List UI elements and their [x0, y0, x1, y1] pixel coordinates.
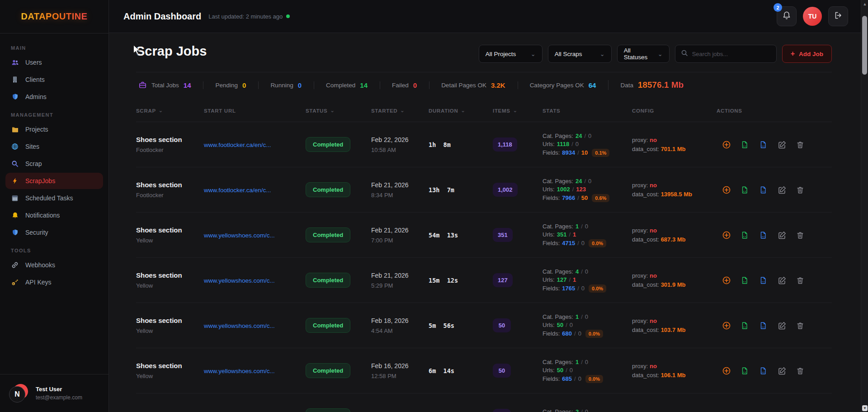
column-header-stats[interactable]: STATS — [542, 108, 632, 114]
edit-icon[interactable] — [778, 140, 787, 149]
start-url-link[interactable]: www.footlocker.ca/en/c... — [204, 142, 271, 148]
cell-actions — [717, 321, 832, 330]
circle-plus-icon[interactable] — [722, 231, 731, 240]
edit-icon[interactable] — [778, 321, 787, 330]
cell-items: 49 — [493, 409, 542, 412]
add-job-button[interactable]: + Add Job — [782, 45, 832, 63]
status-badge: Completed — [306, 408, 350, 412]
sidebar-item-security[interactable]: Security — [5, 224, 103, 241]
scrollbar-down-arrow[interactable]: ▼ — [862, 405, 868, 411]
scrollbar-up-arrow[interactable]: ▲ — [863, 2, 867, 6]
stat-label: Detail Pages OK — [441, 82, 486, 89]
edit-icon[interactable] — [778, 185, 787, 194]
vertical-scrollbar: ▲ ▼ — [861, 0, 868, 412]
column-header-start-url[interactable]: START URL — [204, 108, 306, 114]
sidebar-item-projects[interactable]: Projects — [5, 121, 103, 137]
column-header-duration[interactable]: DURATION ⌄ — [429, 108, 493, 114]
logout-icon — [834, 11, 843, 22]
sidebar-item-scrap[interactable]: Scrap — [5, 156, 103, 172]
logout-button[interactable] — [828, 6, 848, 26]
sidebar-item-api-keys[interactable]: API Keys — [5, 274, 103, 290]
delete-icon[interactable] — [796, 231, 805, 240]
stat-item: Failed 0 — [380, 81, 429, 90]
delete-icon[interactable] — [796, 140, 805, 149]
user-info: Test User test@example.com — [36, 386, 82, 401]
notifications-button[interactable]: 2 — [777, 6, 797, 26]
fail-percent-badge: 0.0% — [589, 239, 606, 247]
urls-line: Urls: 50/0 — [542, 322, 632, 328]
cat-pages-line: Cat. Pages: 1/0 — [542, 359, 632, 365]
stat-item: Total Jobs 14 — [136, 80, 203, 90]
delete-icon[interactable] — [796, 366, 805, 375]
cell-duration: 54m 13s — [429, 232, 493, 239]
file-json-icon[interactable] — [759, 185, 768, 194]
projects-filter-select[interactable]: All Projects⌄ — [479, 45, 542, 63]
edit-icon[interactable] — [778, 231, 787, 240]
started-time: 5:29 PM — [371, 282, 429, 289]
sidebar-item-scheduled-tasks[interactable]: Scheduled Tasks — [5, 190, 103, 206]
circle-plus-icon[interactable] — [722, 140, 731, 149]
file-csv-icon[interactable] — [741, 185, 750, 194]
circle-plus-icon[interactable] — [722, 321, 731, 330]
file-json-icon[interactable] — [759, 231, 768, 240]
cell-stats: Cat. Pages: 2/0 Urls: 49/0 Fields: / — [542, 407, 632, 412]
delete-icon[interactable] — [796, 185, 805, 194]
column-header-status[interactable]: STATUS ⌄ — [306, 108, 371, 114]
scrap-site: Footlocker — [136, 192, 204, 199]
column-header-actions[interactable]: ACTIONS — [717, 108, 832, 114]
column-header-config[interactable]: CONFIG — [632, 108, 717, 114]
statuses-filter-select[interactable]: All Statuses⌄ — [617, 45, 670, 63]
fail-percent-badge: 0.1% — [592, 149, 609, 157]
start-url-link[interactable]: www.yellowshoes.com/c... — [204, 322, 275, 329]
sidebar-item-sites[interactable]: Sites — [5, 138, 103, 155]
nav-section-label: MANAGEMENT — [11, 112, 98, 118]
scraps-filter-select[interactable]: All Scraps⌄ — [548, 45, 612, 63]
sidebar-item-webhooks[interactable]: Webhooks — [5, 257, 103, 273]
sidebar-item-label: Sites — [25, 143, 39, 150]
file-csv-icon[interactable] — [741, 276, 750, 285]
file-csv-icon[interactable] — [741, 140, 750, 149]
circle-plus-icon[interactable] — [722, 276, 731, 285]
file-json-icon[interactable] — [759, 276, 768, 285]
file-json-icon[interactable] — [759, 366, 768, 375]
sidebar-item-clients[interactable]: Clients — [5, 71, 103, 88]
delete-icon[interactable] — [796, 321, 805, 330]
search-input[interactable] — [692, 51, 771, 57]
sidebar-item-scrapjobs[interactable]: ScrapJobs — [5, 173, 103, 189]
edit-icon[interactable] — [778, 276, 787, 285]
items-badge: 351 — [493, 228, 513, 242]
file-json-icon[interactable] — [759, 321, 768, 330]
start-url-link[interactable]: www.yellowshoes.com/c... — [204, 232, 275, 239]
status-badge: Completed — [306, 363, 350, 378]
stat-value: 0 — [298, 81, 302, 89]
sidebar-item-admins[interactable]: Admins — [5, 89, 103, 105]
cell-items: 50 — [493, 364, 542, 378]
column-header-scrap[interactable]: SCRAP ⌄ — [136, 108, 204, 114]
circle-plus-icon[interactable] — [722, 185, 731, 194]
start-url-link[interactable]: www.footlocker.ca/en/c... — [204, 187, 271, 194]
stat-label: Running — [270, 82, 293, 89]
column-header-items[interactable]: ITEMS ⌄ — [493, 108, 542, 114]
edit-icon[interactable] — [778, 366, 787, 375]
sidebar-user-profile[interactable]: N Test User test@example.com — [0, 374, 108, 412]
file-csv-icon[interactable] — [741, 231, 750, 240]
delete-icon[interactable] — [796, 276, 805, 285]
file-json-icon[interactable] — [759, 140, 768, 149]
stat-label: Data — [620, 82, 633, 89]
sidebar-item-notifications[interactable]: Notifications — [5, 207, 103, 223]
cell-duration: 6m 14s — [429, 367, 493, 374]
start-url-link[interactable]: www.yellowshoes.com/c... — [204, 368, 275, 374]
scrollbar-thumb[interactable] — [862, 16, 867, 75]
file-csv-icon[interactable] — [741, 321, 750, 330]
sidebar-item-users[interactable]: Users — [5, 54, 103, 71]
folder-icon — [11, 126, 19, 133]
brand-logo-text: DATAPOUTINE — [21, 11, 88, 22]
header-user-avatar[interactable]: TU — [803, 7, 822, 26]
circle-plus-icon[interactable] — [722, 366, 731, 375]
items-badge: 49 — [493, 409, 511, 412]
scrap-name: Shoes section — [136, 181, 204, 189]
stat-item: Running 0 — [258, 81, 314, 90]
start-url-link[interactable]: www.yellowshoes.com/c... — [204, 277, 275, 284]
file-csv-icon[interactable] — [741, 366, 750, 375]
column-header-started[interactable]: STARTED ⌄ — [371, 108, 429, 114]
